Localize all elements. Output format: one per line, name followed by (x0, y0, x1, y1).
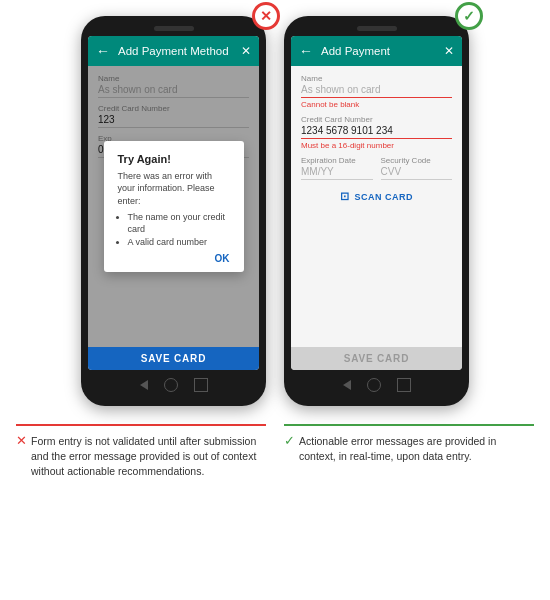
scan-icon: ⊡ (340, 190, 350, 203)
good-scan-row[interactable]: ⊡ SCAN CARD (301, 186, 452, 207)
bad-app-header: ← Add Payment Method ✕ (88, 36, 259, 66)
bad-header-title: Add Payment Method (118, 45, 235, 57)
good-card-field: Credit Card Number 1234 5678 9101 234 Mu… (301, 115, 452, 150)
bad-dialog-title: Try Again! (118, 153, 230, 165)
bad-phone-bottom (88, 370, 259, 396)
phone-speaker-good (357, 26, 397, 31)
good-app-header: ← Add Payment ✕ (291, 36, 462, 66)
bad-caption-header: ✕ Form entry is not validated until afte… (16, 434, 266, 480)
good-caption: ✓ Actionable error messages are provided… (284, 424, 534, 480)
good-name-error: Cannot be blank (301, 100, 452, 109)
good-header-title: Add Payment (321, 45, 438, 57)
good-caption-line (284, 424, 534, 426)
bad-back-arrow[interactable]: ← (96, 43, 110, 59)
good-back-arrow[interactable]: ← (299, 43, 313, 59)
bad-badge: ✕ (252, 2, 280, 30)
good-exp-label: Expiration Date (301, 156, 373, 165)
good-phone-bottom (291, 370, 462, 396)
good-scan-label: SCAN CARD (355, 192, 414, 202)
bad-caption-line (16, 424, 266, 426)
bad-nav-back[interactable] (140, 380, 148, 390)
good-nav-home[interactable] (367, 378, 381, 392)
good-card-error: Must be a 16-digit number (301, 141, 452, 150)
good-sec-field: Security Code CVV (381, 156, 453, 180)
bad-caption: ✕ Form entry is not validated until afte… (16, 424, 266, 480)
good-card-label: Credit Card Number (301, 115, 452, 124)
bad-nav-recent[interactable] (194, 378, 208, 392)
bad-phone-screen: ← Add Payment Method ✕ Name As shown on … (88, 36, 259, 370)
good-nav-recent[interactable] (397, 378, 411, 392)
good-bottom-fields: Expiration Date MM/YY Security Code CVV (301, 156, 452, 180)
caption-row: ✕ Form entry is not validated until afte… (12, 424, 538, 480)
good-sec-label: Security Code (381, 156, 453, 165)
bad-phone: ✕ ← Add Payment Method ✕ Name As shown o… (81, 16, 266, 406)
bad-nav-home[interactable] (164, 378, 178, 392)
good-phone: ✓ ← Add Payment ✕ Name As shown on card … (284, 16, 469, 406)
good-name-field: Name As shown on card Cannot be blank (301, 74, 452, 109)
good-card-input[interactable]: 1234 5678 9101 234 (301, 125, 452, 139)
good-name-input[interactable]: As shown on card (301, 84, 452, 98)
bad-dialog-item-1: The name on your credit card (128, 211, 230, 236)
good-save-card-btn: SAVE CARD (291, 347, 462, 370)
bad-dialog-ok[interactable]: OK (215, 253, 230, 264)
bad-dialog-item-2: A valid card number (128, 236, 230, 249)
bad-caption-icon: ✕ (16, 434, 27, 447)
good-caption-icon: ✓ (284, 434, 295, 447)
bad-save-card-btn[interactable]: SAVE CARD (88, 347, 259, 370)
phone-speaker-bad (154, 26, 194, 31)
bad-dialog-actions: OK (118, 253, 230, 264)
bad-caption-text: Form entry is not validated until after … (31, 434, 266, 480)
bad-dialog-overlay: Try Again! There was an error with your … (88, 66, 259, 347)
good-caption-text: Actionable error messages are provided i… (299, 434, 534, 464)
good-caption-header: ✓ Actionable error messages are provided… (284, 434, 534, 464)
bad-close-button[interactable]: ✕ (241, 44, 251, 58)
good-close-button[interactable]: ✕ (444, 44, 454, 58)
good-badge: ✓ (455, 2, 483, 30)
main-container: ✕ ← Add Payment Method ✕ Name As shown o… (0, 0, 550, 600)
good-nav-back[interactable] (343, 380, 351, 390)
good-sec-input[interactable]: CVV (381, 166, 453, 180)
good-screen-content: Name As shown on card Cannot be blank Cr… (291, 66, 462, 347)
good-phone-screen: ← Add Payment ✕ Name As shown on card Ca… (291, 36, 462, 370)
good-name-label: Name (301, 74, 452, 83)
phones-row: ✕ ← Add Payment Method ✕ Name As shown o… (12, 16, 538, 406)
bad-screen-content: Name As shown on card Credit Card Number… (88, 66, 259, 347)
good-exp-field: Expiration Date MM/YY (301, 156, 373, 180)
bad-dialog-box: Try Again! There was an error with your … (104, 141, 244, 273)
bad-dialog-body: There was an error with your information… (118, 170, 230, 249)
good-exp-input[interactable]: MM/YY (301, 166, 373, 180)
